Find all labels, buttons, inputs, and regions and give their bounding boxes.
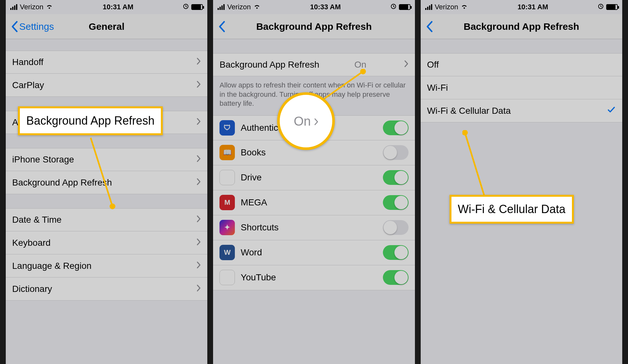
app-row: MMEGA xyxy=(213,190,415,215)
app-label: MEGA xyxy=(241,197,267,208)
svg-point-8 xyxy=(462,130,468,136)
settings-row[interactable]: Background App Refresh xyxy=(6,171,207,194)
clock-label: 10:31 AM xyxy=(103,3,133,11)
settings-row[interactable]: Handoff xyxy=(6,51,207,74)
battery-icon xyxy=(606,4,618,10)
app-toggle[interactable] xyxy=(383,245,409,260)
option-label: Wi-Fi xyxy=(427,83,448,93)
app-toggle[interactable] xyxy=(383,120,409,135)
app-icon: ▶ xyxy=(219,270,235,285)
status-bar: Verizon 10:31 AM xyxy=(421,0,622,14)
app-toggle[interactable] xyxy=(383,220,409,235)
nav-bar: Settings General xyxy=(6,14,207,39)
callout-circle: On xyxy=(277,92,335,150)
clock-label: 10:31 AM xyxy=(517,3,548,11)
app-toggle[interactable] xyxy=(383,195,409,210)
settings-row-label: Date & Time xyxy=(12,215,62,225)
back-button[interactable] xyxy=(213,21,230,32)
signal-icon xyxy=(10,4,17,10)
app-icon: W xyxy=(219,245,235,260)
master-value: On xyxy=(354,60,369,70)
settings-row-label: Language & Region xyxy=(12,261,92,271)
app-toggle[interactable] xyxy=(383,270,409,285)
carrier-label: Verizon xyxy=(435,3,458,11)
battery-icon xyxy=(399,4,410,10)
phone-general: Verizon 10:31 AM Settings General Handof… xyxy=(0,0,213,364)
settings-row-label: Keyboard xyxy=(12,238,51,248)
nav-bar: Background App Refresh xyxy=(213,14,415,39)
callout-box: Wi-Fi & Cellular Data xyxy=(450,195,574,224)
chevron-right-icon xyxy=(196,117,201,128)
app-row: ▲Drive xyxy=(213,165,415,190)
app-icon: 🛡 xyxy=(219,120,235,136)
callout-box: Background App Refresh xyxy=(18,106,163,135)
app-row: ✦Shortcuts xyxy=(213,215,415,240)
stage: Verizon 10:31 AM Settings General Handof… xyxy=(0,0,628,364)
app-label: Books xyxy=(241,147,266,158)
app-label: YouTube xyxy=(241,272,276,283)
lock-icon xyxy=(391,3,396,11)
chevron-right-icon xyxy=(196,80,201,90)
phone-bar-options: Verizon 10:31 AM Background App Refresh … xyxy=(421,0,628,364)
chevron-right-icon xyxy=(196,238,201,248)
chevron-right-icon xyxy=(404,60,409,70)
settings-row-label: Dictionary xyxy=(12,284,52,294)
svg-line-7 xyxy=(465,133,485,197)
app-icon: 📖 xyxy=(219,145,235,160)
phone-bar-list: Verizon 10:33 AM Background App Refresh … xyxy=(213,0,420,364)
app-toggle[interactable] xyxy=(383,145,409,160)
settings-row-label: CarPlay xyxy=(12,80,44,90)
app-label: Word xyxy=(241,247,262,258)
chevron-right-icon xyxy=(196,284,201,294)
app-label: Shortcuts xyxy=(241,222,278,233)
nav-title: Background App Refresh xyxy=(213,21,415,32)
app-icon: ▲ xyxy=(219,170,235,185)
settings-row-label: Background App Refresh xyxy=(12,178,112,188)
nav-title: Background App Refresh xyxy=(421,21,622,32)
nav-bar: Background App Refresh xyxy=(421,14,622,39)
settings-row[interactable]: iPhone Storage xyxy=(6,148,207,171)
settings-row-label: Handoff xyxy=(12,57,44,67)
option-label: Off xyxy=(427,60,439,70)
clock-label: 10:33 AM xyxy=(310,3,341,11)
wifi-icon xyxy=(253,3,260,11)
wifi-icon xyxy=(461,3,468,11)
option-row[interactable]: Off xyxy=(421,53,622,76)
master-label: Background App Refresh xyxy=(219,60,319,70)
battery-icon xyxy=(191,4,203,10)
chevron-right-icon xyxy=(196,154,201,165)
option-row[interactable]: Wi-Fi & Cellular Data xyxy=(421,99,622,122)
app-row: ▶YouTube xyxy=(213,265,415,290)
chevron-right-icon xyxy=(314,114,318,128)
lock-icon xyxy=(183,3,189,11)
settings-row[interactable]: Keyboard xyxy=(6,231,207,254)
chevron-right-icon xyxy=(196,57,201,67)
settings-row[interactable]: Dictionary xyxy=(6,277,207,301)
check-icon xyxy=(607,105,616,116)
app-toggle[interactable] xyxy=(383,170,409,185)
app-icon: ✦ xyxy=(219,220,235,235)
signal-icon xyxy=(218,4,225,10)
app-row: WWord xyxy=(213,240,415,265)
app-icon: M xyxy=(219,195,235,210)
master-toggle-row[interactable]: Background App Refresh On xyxy=(213,53,415,76)
signal-icon xyxy=(425,4,432,10)
chevron-right-icon xyxy=(196,261,201,271)
carrier-label: Verizon xyxy=(20,3,43,11)
carrier-label: Verizon xyxy=(227,3,251,11)
settings-row[interactable]: CarPlay xyxy=(6,74,207,97)
option-label: Wi-Fi & Cellular Data xyxy=(427,106,511,116)
settings-row[interactable]: Date & Time xyxy=(6,208,207,231)
status-bar: Verizon 10:33 AM xyxy=(213,0,415,14)
wifi-icon xyxy=(46,3,53,11)
back-button[interactable]: Settings xyxy=(6,21,59,32)
lock-icon xyxy=(598,3,604,11)
option-row[interactable]: Wi-Fi xyxy=(421,76,622,99)
app-label: Drive xyxy=(241,172,261,183)
back-button[interactable] xyxy=(421,21,438,32)
settings-row-label: iPhone Storage xyxy=(12,154,74,165)
chevron-right-icon xyxy=(196,178,201,188)
chevron-right-icon xyxy=(196,215,201,225)
callout-pointer xyxy=(462,130,488,201)
settings-row[interactable]: Language & Region xyxy=(6,254,207,277)
